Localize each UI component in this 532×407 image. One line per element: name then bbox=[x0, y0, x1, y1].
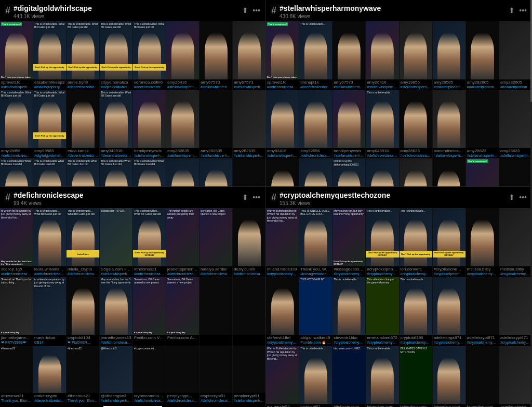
thumb-item[interactable]: adelieicrypt871 #cryptoalchemyquest... bbox=[499, 277, 532, 346]
share-icon-stellar[interactable]: ⬆ bbox=[509, 6, 515, 15]
thumb-item[interactable]: amy282635 #stellarwhisperha... bbox=[233, 90, 265, 158]
thumb-item[interactable]: #stellarwhisperha... #dollarcriptohame..… bbox=[499, 346, 532, 407]
thumb-item[interactable]: Don't Pick up the opportunity libabeyfro… bbox=[166, 158, 199, 186]
thumb-item[interactable]: S5gala.com + K429... S5gala.com + K429 #… bbox=[100, 208, 132, 277]
thumb-item[interactable]: This is unbelievable What Bill Gates Jus… bbox=[100, 158, 132, 186]
thumb-item[interactable]: Don't Pick up the opportunity melissa.ca… bbox=[200, 158, 232, 186]
thumb-item[interactable]: May sounds fun, but don't lose the f*kin… bbox=[100, 277, 132, 346]
thumb-item[interactable]: amy67573 #stellarwhisperha... bbox=[332, 21, 365, 90]
thumb-item[interactable]: drake.crypto #decentralizedcryp... bbox=[33, 346, 66, 404]
thumb-item[interactable]: amy282605 #dollarcriptohame... bbox=[466, 21, 499, 90]
thumb-item[interactable]: amy224642 #stellarwhisperha... bbox=[400, 158, 432, 186]
thumb-item[interactable]: elfoceyd9 #stellarwhisperha... bbox=[266, 158, 299, 186]
thumb-item[interactable]: This is unbelievable. What Bill Gates ju… bbox=[100, 90, 132, 158]
thumb-item[interactable]: blanchdiscloser.flo... #stellarwhisperha… bbox=[433, 90, 466, 158]
thumb-item[interactable]: stefenvit1ftel #cryptoalchemyquest... bbox=[266, 277, 299, 346]
thumb-item[interactable]: THIS #B2BGAVE NT abigail.walker49 Pumble… bbox=[299, 277, 332, 346]
more-icon-defi[interactable]: ••• bbox=[252, 193, 260, 201]
thumb-item[interactable]: This is unbelievable... What Bill Gates … bbox=[133, 208, 166, 277]
thumb-item[interactable]: faberdion.com + LUCE... #dollarcriptoham… bbox=[466, 346, 499, 407]
thumb-item[interactable]: amy28623 #defichroniclesape... bbox=[400, 90, 432, 158]
thumb-item[interactable]: amy53297 #stellarwhisperha... bbox=[433, 158, 466, 186]
thumb-item[interactable]: amy62416 #stellarwhisperha... bbox=[266, 90, 299, 158]
thumb-item[interactable]: #thecmus21 #thecmus21 Thank you, Elon 🙏🙏… bbox=[66, 346, 99, 404]
thumb-item[interactable]: cryptocrypt51 #defichroniclesape... bbox=[200, 346, 232, 404]
thumb-item[interactable]: This is unbelievable... Don't Pick up th… bbox=[366, 208, 398, 277]
thumb-item[interactable]: amy26416 #stellarwhisperha... bbox=[166, 21, 199, 90]
thumb-item[interactable]: Sensations, Bill Gates opened a new proj… bbox=[166, 277, 199, 346]
thumb-item[interactable]: to whiten his reputation by just giving … bbox=[0, 208, 33, 277]
thumb-item[interactable]: This is unbelievable... amy043916 #defic… bbox=[366, 90, 398, 158]
thumb-item[interactable]: This is unbelievable... steventr1bko #cr… bbox=[332, 277, 365, 346]
thumb-item[interactable]: melissa.bilby #cryptoalchemyquest... bbox=[466, 208, 499, 277]
thumb-item[interactable]: faberdion.com + LUCE... #dollarcriptoham… bbox=[433, 346, 466, 407]
thumb-item[interactable]: BILL GATES GAVE US MITCHCOIN faberdion.c… bbox=[400, 346, 432, 407]
thumb-item[interactable]: May sounds fun, but don't lose the f*kin… bbox=[332, 208, 365, 277]
thumb-item[interactable]: This is unbelievable... cryptob6395 #cry… bbox=[400, 277, 432, 346]
section-title-digital[interactable]: #digitalgoldwhirlscape bbox=[14, 4, 239, 13]
thumb-item[interactable]: This is unbelievable... brenept1k #decen… bbox=[299, 21, 332, 90]
thumb-item[interactable]: This is unbelievable What Bill Gates Jus… bbox=[66, 158, 99, 186]
thumb-item[interactable]: This is unbelievable. What Bill Gates ju… bbox=[0, 90, 33, 158]
share-icon-defi[interactable]: ⬆ bbox=[242, 193, 248, 201]
share-icon-digital[interactable]: ⬆ bbox=[242, 6, 248, 15]
thumb-item[interactable]: bitchcoin.com + LINEZ... bitchcoin.com +… bbox=[332, 346, 365, 407]
thumb-item[interactable]: Warren Buffett decided to Whiten his rep… bbox=[266, 208, 299, 277]
thumb-item[interactable]: Warren Buffett decided to Whiten his rep… bbox=[266, 346, 299, 407]
thumb-item[interactable]: #cryptocommunit... cryptocommunit... #de… bbox=[133, 346, 166, 404]
thumb-item[interactable]: amy67573 #stellarwhisperha... bbox=[233, 21, 265, 90]
thumb-item[interactable] bbox=[233, 277, 265, 346]
thumb-item[interactable]: This is unbelievable What Bill Gates Jus… bbox=[0, 158, 33, 186]
more-icon-crypto[interactable]: ••• bbox=[519, 193, 527, 201]
thumb-item[interactable]: amy67573 #stellarwhisperha... bbox=[200, 21, 232, 90]
thumb-item[interactable]: amy223146 #stellarwhisperha... bbox=[499, 158, 532, 186]
thumb-item[interactable]: THIS IS UNBELIEVABLE. BILL GATES JUST...… bbox=[299, 208, 332, 277]
thumb-item[interactable]: This is unbelievable... Don't Pick up th… bbox=[400, 208, 432, 277]
thumb-item[interactable]: amy28623 #stellarwhisperha... bbox=[499, 90, 532, 158]
thumb-item[interactable]: Sensation, Bill Gates opened a new proje… bbox=[200, 208, 232, 277]
thumb-item[interactable]: This video has changed the game of money… bbox=[366, 277, 398, 346]
thumb-item[interactable]: erica.kanck #decentralizedcryp... bbox=[66, 90, 99, 158]
share-icon-crypto[interactable]: ⬆ bbox=[509, 193, 515, 201]
thumb-item[interactable]: amy28623 #stellarwhisperha... bbox=[466, 90, 499, 158]
section-title-stellar[interactable]: #stellarwhisperharmonywave bbox=[280, 4, 506, 13]
thumb-item[interactable]: to whiten his reputation by just giving … bbox=[33, 277, 66, 346]
thumb-item[interactable]: This is unbelievable. What Bill Gates ju… bbox=[133, 21, 166, 90]
thumb-item[interactable]: This is unbelievable. What Bill Gates ju… bbox=[100, 21, 132, 90]
thumb-item[interactable]: This is unbelievable. What Bill Gates ju… bbox=[66, 21, 99, 90]
thumb-item[interactable]: cryptobit104 ❤ PluOVER... bbox=[66, 277, 99, 346]
more-icon-digital[interactable]: ••• bbox=[252, 6, 260, 15]
thumb-item[interactable]: amy19856 #stellarwhisperha... bbox=[400, 21, 432, 90]
thumb-item[interactable]: amy282635 #stellarwhisperha... bbox=[166, 90, 199, 158]
thumb-item[interactable]: amy13552 #defichroniclesape... bbox=[299, 158, 332, 186]
thumb-item[interactable]: melissa.caer18 #decentralizedcryp... bbox=[233, 158, 265, 186]
thumb-item[interactable]: peoplycrypt51 #stellarwhisperha... bbox=[233, 346, 265, 404]
thumb-item[interactable]: This is unbelievable... What Bill Gates … bbox=[66, 208, 99, 277]
more-icon-stellar[interactable]: ••• bbox=[519, 6, 527, 15]
thumb-item[interactable]: amy59856 #stellarwhisperha... bbox=[366, 158, 398, 186]
thumb-item[interactable]: This is unbelievable... faberdion.com + … bbox=[366, 346, 398, 407]
thumb-item[interactable]: desly.cullen #defichroniclesape... bbox=[233, 208, 265, 277]
thumb-item[interactable]: This is unbelievable What Bill Gates Jus… bbox=[33, 158, 66, 186]
thumb-item[interactable]: peoplycrypt... #defichroniclesape... bbox=[166, 346, 199, 404]
thumb-item[interactable] bbox=[200, 277, 232, 346]
thumb-item[interactable]: That's sensational! Don't miss your chan… bbox=[466, 158, 499, 186]
thumb-item[interactable]: amy282635 #stellarwhisperha... bbox=[200, 90, 232, 158]
thumb-item[interactable]: melissa.bilby #cryptoalchemyquest... bbox=[499, 208, 532, 277]
thumb-item[interactable]: amy29585 #dollarcriptohame... bbox=[433, 21, 466, 90]
section-title-crypto[interactable]: #cryptoalchemyquesttechozone bbox=[280, 191, 506, 200]
thumb-item[interactable]: amy26416 #stellarwhisperha... bbox=[366, 21, 398, 90]
thumb-item[interactable]: This is unbelievable... crypto.gill1 Dal… bbox=[299, 346, 332, 407]
thumb-item[interactable]: #thecmus21 #thecmus21 Thank you, Elon 🙏🙏… bbox=[0, 346, 33, 404]
thumb-item[interactable]: @lithecrypto3 @lithecrypto3 #stellarwhis… bbox=[100, 346, 132, 404]
thumb-item[interactable]: hendipenyewis #stellarwhisperha... bbox=[332, 90, 365, 158]
thumb-item[interactable]: amy92056 #defichroniclesape... bbox=[299, 90, 332, 158]
thumb-item[interactable]: That's sensational! Don't miss your chan… bbox=[266, 21, 299, 90]
thumb-item[interactable]: hendipenyewis #stellarwhisperha... bbox=[133, 90, 166, 158]
thumb-item[interactable]: This is unbelievable. What Bill Gates ju… bbox=[33, 90, 66, 158]
thumb-item[interactable]: adelieicrypt871 #cryptoalchemyquest... bbox=[433, 277, 466, 346]
thumb-item[interactable]: This is unbelievable. What Bill Gates ju… bbox=[33, 21, 66, 90]
thumb-item[interactable]: amy282605 #dollarcriptohame... bbox=[499, 21, 532, 90]
section-title-defi[interactable]: #defichroniclescape bbox=[14, 191, 239, 200]
thumb-item[interactable]: Don't Pick up the opportunity GETB407 #c… bbox=[433, 208, 466, 277]
